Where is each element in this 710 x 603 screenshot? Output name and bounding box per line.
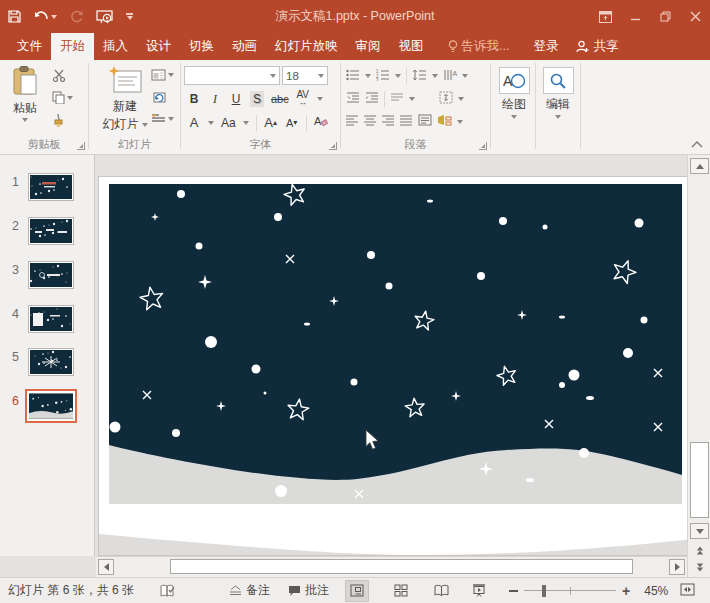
vertical-scrollbar[interactable] <box>687 155 710 577</box>
align-left-button[interactable] <box>346 115 359 129</box>
numbering-button[interactable]: 123 <box>376 69 390 84</box>
scroll-left-button[interactable] <box>98 559 114 575</box>
tab-3[interactable]: 设计 <box>137 33 180 60</box>
edit-button[interactable]: 编辑 <box>538 67 578 119</box>
zoom-level[interactable]: 45% <box>644 584 668 598</box>
copy-button[interactable] <box>52 91 73 104</box>
ribbon-display-options-icon[interactable] <box>590 0 620 33</box>
restore-icon[interactable] <box>650 0 680 33</box>
tab-0[interactable]: 文件 <box>8 33 51 60</box>
clear-formatting-button[interactable]: A <box>314 114 328 131</box>
tab-active-1[interactable]: 开始 <box>51 33 94 60</box>
tab-5[interactable]: 动画 <box>223 33 266 60</box>
line-spacing-button[interactable] <box>412 69 427 84</box>
thumbnail-preview[interactable] <box>28 261 74 289</box>
vertical-scroll-thumb[interactable] <box>690 442 709 518</box>
shrink-font-button[interactable]: A▾ <box>285 115 299 131</box>
normal-view-button[interactable] <box>345 580 369 602</box>
line-spacing-caret[interactable] <box>432 74 438 78</box>
undo-caret-icon[interactable] <box>51 15 57 19</box>
thumbnail-preview[interactable] <box>28 173 74 201</box>
align-right-button[interactable] <box>382 115 395 129</box>
scroll-up-button[interactable] <box>690 158 709 174</box>
align-text-caret[interactable] <box>458 97 464 101</box>
font-name-combo[interactable] <box>184 66 280 85</box>
next-slide-button[interactable] <box>690 559 709 575</box>
tab-9[interactable]: 告诉我... <box>439 33 519 60</box>
save-icon[interactable] <box>8 10 21 23</box>
text-direction-caret[interactable] <box>462 74 468 78</box>
draw-button[interactable]: A 绘图 <box>494 67 534 119</box>
horizontal-scroll-thumb[interactable] <box>170 559 633 574</box>
text-direction-button[interactable]: A <box>443 69 457 84</box>
character-spacing-button[interactable]: AV↔ <box>296 91 310 107</box>
zoom-slider[interactable] <box>524 584 616 598</box>
slideshow-view-button[interactable] <box>467 580 491 602</box>
justify-button[interactable] <box>400 115 413 129</box>
smartart-convert-button[interactable] <box>437 114 452 129</box>
tab-10[interactable]: 登录 <box>524 33 567 60</box>
format-painter-button[interactable] <box>52 113 65 127</box>
new-slide-button[interactable]: 新建 幻灯片 <box>101 66 149 133</box>
clipboard-dialog-launcher[interactable] <box>77 142 85 150</box>
layout-button[interactable] <box>151 69 174 81</box>
bullets-button[interactable] <box>346 69 360 84</box>
tab-11[interactable]: 共享 <box>567 33 627 60</box>
minimize-icon[interactable] <box>620 0 650 33</box>
thumbnail-preview[interactable] <box>28 305 74 333</box>
section-button[interactable] <box>151 113 174 125</box>
spell-check-icon[interactable] <box>160 584 175 598</box>
undo-button[interactable] <box>34 11 57 23</box>
decrease-indent-button[interactable] <box>346 92 360 107</box>
smartart-caret[interactable] <box>457 120 463 124</box>
thumbnail-preview[interactable] <box>25 389 77 423</box>
columns-button[interactable] <box>390 92 404 107</box>
align-center-button[interactable] <box>364 115 377 129</box>
change-case-button[interactable]: Aa <box>221 115 236 131</box>
notes-toggle[interactable]: 备注 <box>229 582 270 599</box>
horizontal-scrollbar[interactable] <box>96 556 687 577</box>
grow-font-button[interactable]: A▴ <box>264 115 278 131</box>
underline-button[interactable]: U <box>229 91 243 107</box>
slide-counter[interactable]: 幻灯片 第 6 张，共 6 张 <box>8 582 134 599</box>
tab-6[interactable]: 幻灯片放映 <box>266 33 347 60</box>
character-spacing-caret[interactable] <box>317 97 323 101</box>
italic-button[interactable]: I <box>208 91 222 107</box>
slide-page[interactable] <box>99 177 693 555</box>
font-size-combo[interactable]: 18 <box>282 66 328 85</box>
comments-toggle[interactable]: 批注 <box>288 582 329 599</box>
previous-slide-button[interactable] <box>690 542 709 558</box>
cut-button[interactable] <box>52 69 66 82</box>
paste-button[interactable]: 粘贴 <box>8 66 42 122</box>
bold-button[interactable]: B <box>187 91 201 107</box>
fit-window-icon[interactable] <box>680 583 695 599</box>
zoom-out-button[interactable] <box>509 590 518 592</box>
align-text-button[interactable] <box>439 91 453 107</box>
zoom-in-button[interactable]: + <box>622 583 630 599</box>
paragraph-dialog-launcher[interactable] <box>479 142 487 150</box>
scroll-down-button[interactable] <box>690 523 709 539</box>
distribute-button[interactable] <box>418 114 432 129</box>
tab-2[interactable]: 插入 <box>94 33 137 60</box>
thumbnail-preview[interactable] <box>28 348 74 376</box>
reading-view-button[interactable] <box>429 580 453 602</box>
tab-8[interactable]: 视图 <box>390 33 433 60</box>
increase-indent-button[interactable] <box>365 92 379 107</box>
reset-slide-button[interactable] <box>151 91 166 104</box>
numbering-caret[interactable] <box>395 74 401 78</box>
slide-sorter-button[interactable] <box>389 580 413 602</box>
scroll-right-button[interactable] <box>669 559 685 575</box>
zoom-slider-thumb[interactable] <box>542 585 546 597</box>
customize-qat-icon[interactable] <box>126 13 133 20</box>
start-slideshow-icon[interactable] <box>96 10 113 24</box>
bullets-caret[interactable] <box>365 74 371 78</box>
text-shadow-button[interactable]: S <box>250 91 264 107</box>
columns-caret[interactable] <box>409 97 415 101</box>
tab-4[interactable]: 切换 <box>180 33 223 60</box>
close-icon[interactable] <box>680 0 710 33</box>
thumbnail-preview[interactable] <box>28 217 74 245</box>
collapse-ribbon-icon[interactable] <box>691 137 703 151</box>
strikethrough-button[interactable]: abc <box>271 91 289 107</box>
tab-7[interactable]: 审阅 <box>347 33 390 60</box>
font-color-button[interactable]: A <box>187 115 201 131</box>
